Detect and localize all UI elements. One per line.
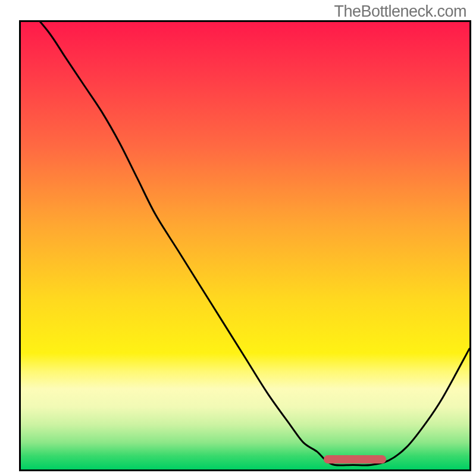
watermark-text: TheBottleneck.com — [334, 2, 466, 21]
gradient-background — [21, 22, 469, 469]
plot-area — [21, 22, 469, 469]
chart-stage: TheBottleneck.com — [0, 0, 476, 476]
optimal-range-marker — [324, 455, 387, 464]
